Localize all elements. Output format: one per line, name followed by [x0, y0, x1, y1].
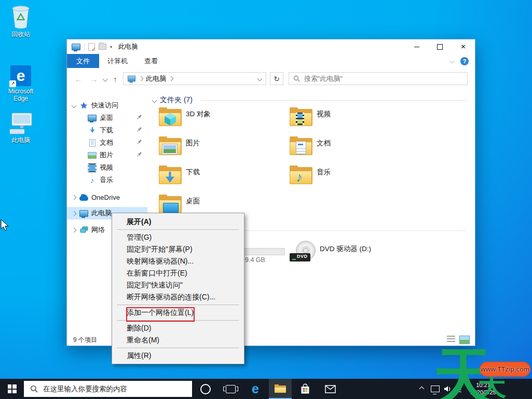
start-button[interactable] — [0, 379, 24, 399]
edge-icon: e — [252, 382, 259, 395]
network-icon — [79, 226, 88, 235]
taskbar-mail-button[interactable] — [319, 379, 342, 399]
monitor-icon — [163, 203, 179, 213]
search-icon — [30, 385, 38, 393]
sidebar-item-pictures[interactable]: 图片 — [67, 149, 147, 161]
sidebar-item-documents[interactable]: 文档 — [67, 136, 147, 149]
menu-item-manage[interactable]: 管理(G) — [112, 231, 244, 243]
videos-icon — [88, 163, 97, 172]
pin-icon[interactable] — [136, 127, 142, 134]
search-box[interactable]: 搜索"此电脑" — [289, 72, 468, 85]
tab-file[interactable]: 文件 — [67, 54, 99, 68]
back-button[interactable]: ← — [72, 68, 85, 90]
menu-item-disconnect-network-drive[interactable]: 断开网络驱动器的连接(C)... — [112, 291, 244, 303]
menu-item-properties[interactable]: 属性(R) — [112, 350, 244, 362]
folders-group-header[interactable]: 文件夹 (7) — [153, 95, 467, 105]
folder-tile-videos[interactable]: 视频 — [290, 107, 415, 133]
desktop-icon — [88, 114, 97, 122]
windows-logo-icon — [8, 384, 17, 393]
this-pc-icon — [79, 209, 88, 218]
watermark-url-pill: www.TTzip.com — [480, 362, 530, 377]
dvd-drive-tile[interactable]: DVD DVD 驱动器 (D:) — [290, 241, 415, 267]
folder-icon — [159, 107, 182, 128]
taskbar-edge-button[interactable]: e — [244, 379, 267, 399]
pin-icon[interactable] — [136, 152, 142, 159]
folder-tile-music[interactable]: ♪ 音乐 — [290, 165, 415, 191]
download-arrow-icon — [163, 171, 176, 184]
dvd-drive-icon: DVD — [290, 241, 316, 265]
sidebar-item-desktop[interactable]: 桌面 — [67, 112, 147, 124]
help-icon[interactable]: ? — [460, 57, 469, 65]
close-button[interactable]: ✕ — [452, 39, 475, 54]
desktop-icon-label: Microsoft Edge — [4, 88, 38, 103]
refresh-button[interactable]: ↻ — [270, 72, 283, 85]
folder-icon — [290, 107, 312, 128]
sidebar-item-videos[interactable]: 视频 — [67, 161, 147, 174]
address-bar[interactable]: 此电脑 — [123, 72, 266, 85]
recycle-bin-icon — [4, 4, 38, 29]
downloads-icon — [88, 126, 97, 135]
properties-icon[interactable]: ✓ — [88, 43, 95, 51]
mouse-cursor — [1, 219, 9, 231]
this-pc-icon — [72, 44, 80, 50]
folder-icon — [159, 194, 182, 215]
quick-access-toolbar: ✓ ▾ — [72, 43, 112, 51]
pin-icon[interactable] — [136, 114, 142, 122]
search-icon — [293, 75, 300, 82]
task-view-icon — [226, 385, 236, 393]
folder-icon: ♪ — [290, 165, 312, 186]
maximize-button[interactable] — [428, 39, 452, 54]
tab-computer[interactable]: 计算机 — [99, 54, 136, 68]
navigation-bar: ← → ↑ 此电脑 ↻ 搜索"此电脑" — [67, 68, 475, 90]
photo-icon — [162, 144, 177, 154]
items-count: 9 个项目 — [73, 336, 97, 345]
taskbar-store-button[interactable] — [294, 379, 317, 399]
menu-item-rename[interactable]: 重命名(M) — [112, 334, 244, 346]
taskbar-explorer-button[interactable] — [269, 379, 292, 399]
pictures-icon — [88, 151, 97, 160]
ribbon-tabs: 文件 计算机 查看 ? — [67, 54, 475, 68]
document-icon — [296, 141, 306, 155]
tab-view[interactable]: 查看 — [136, 54, 166, 68]
folder-tile-documents[interactable]: 文档 — [290, 136, 415, 162]
menu-item-pin-to-start[interactable]: 固定到"开始"屏幕(P) — [112, 243, 244, 255]
cortana-button[interactable] — [194, 379, 217, 399]
desktop-icon-recycle-bin[interactable]: 回收站 — [4, 4, 38, 38]
folder-icon — [159, 165, 182, 186]
address-location[interactable]: 此电脑 — [146, 74, 166, 84]
menu-item-map-network-drive[interactable]: 映射网络驱动器(N)... — [112, 255, 244, 267]
address-dropdown-icon[interactable] — [253, 73, 266, 85]
menu-item-delete[interactable]: 删除(D) — [112, 322, 244, 334]
quick-access-star-icon — [79, 101, 88, 110]
pin-icon[interactable] — [136, 139, 142, 147]
this-pc-icon — [128, 76, 135, 82]
desktop-icon-this-pc[interactable]: 此电脑 — [4, 110, 38, 144]
qat-dropdown-icon[interactable]: ▾ — [110, 45, 112, 49]
store-icon — [301, 383, 310, 394]
folder-tile-pictures[interactable]: 图片 — [159, 136, 284, 162]
menu-item-expand[interactable]: 展开(A) — [112, 215, 244, 228]
desktop-icon-edge[interactable]: e ↗ Microsoft Edge — [4, 61, 38, 103]
sidebar-item-music[interactable]: ♪ 音乐 — [67, 174, 147, 186]
task-view-button[interactable] — [219, 379, 242, 399]
new-folder-icon[interactable] — [99, 44, 106, 50]
ribbon-collapse-icon[interactable] — [450, 59, 455, 64]
3d-cube-icon — [163, 113, 177, 126]
taskbar-search-box[interactable]: 在这里输入你要搜索的内容 — [24, 381, 192, 397]
minimize-button[interactable] — [405, 39, 428, 54]
folder-tile-3d-objects[interactable]: 3D 对象 — [159, 107, 284, 133]
folder-tile-downloads[interactable]: 下载 — [159, 165, 284, 191]
recent-locations-icon[interactable] — [101, 68, 108, 90]
sidebar-item-downloads[interactable]: 下载 — [67, 124, 147, 136]
desktop-icon-label: 回收站 — [4, 31, 38, 38]
up-button[interactable]: ↑ — [110, 68, 121, 90]
forward-button[interactable]: → — [88, 68, 100, 90]
taskbar-search-placeholder: 在这里输入你要搜索的内容 — [43, 384, 127, 394]
sidebar-item-quick-access[interactable]: 快速访问 — [67, 99, 147, 112]
shortcut-arrow-icon: ↗ — [9, 80, 16, 87]
menu-item-open-in-new-window[interactable]: 在新窗口中打开(E) — [112, 267, 244, 279]
menu-item-pin-to-quick-access[interactable]: 固定到"快速访问" — [112, 279, 244, 291]
mail-icon — [325, 385, 336, 393]
tray-chevron-button[interactable] — [415, 379, 428, 399]
sidebar-item-onedrive[interactable]: OneDrive — [67, 191, 147, 203]
